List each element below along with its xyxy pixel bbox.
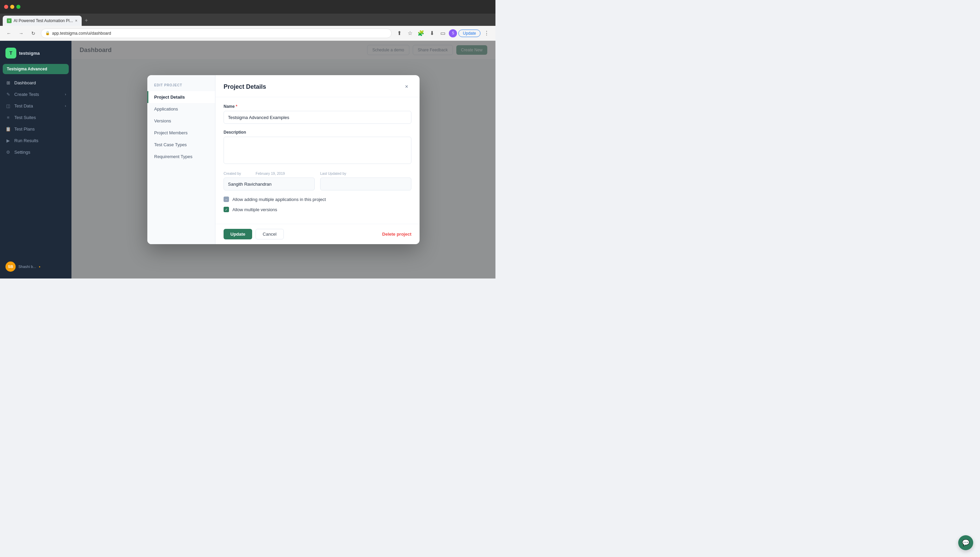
sidebar-item-settings[interactable]: ⚙ Settings (0, 146, 72, 158)
modal-nav-test-case-types[interactable]: Test Case Types (147, 139, 215, 151)
test-suites-icon: ≡ (5, 115, 11, 120)
required-star: * (236, 104, 237, 109)
sidebar-item-label-test-plans: Test Plans (14, 127, 35, 132)
browser-tab-active[interactable]: T AI Powered Test Automation Pl... × (3, 16, 82, 26)
bookmark-icon[interactable]: ☆ (405, 29, 415, 38)
sidebar-active-project[interactable]: Testsigma Advanced (3, 64, 69, 74)
created-by-col: Created by February 19, 2019 (224, 171, 315, 191)
name-form-group: Name * (224, 104, 412, 124)
forward-button[interactable]: → (16, 29, 26, 38)
description-textarea[interactable] (224, 137, 412, 164)
update-button[interactable]: Update (224, 229, 252, 239)
tab-close-icon[interactable]: × (75, 18, 78, 23)
test-data-icon: ◫ (5, 103, 11, 109)
sidebar-item-label-dashboard: Dashboard (14, 80, 36, 85)
modal-nav-applications[interactable]: Applications (147, 103, 215, 115)
main-content: Dashboard Schedule a demo Share Feedback… (72, 41, 495, 278)
sidebar-item-label-test-data: Test Data (14, 103, 33, 109)
sidebar-item-create-tests[interactable]: ✎ Create Tests › (0, 88, 72, 100)
modal-close-button[interactable]: × (402, 82, 412, 91)
profile-avatar-chrome[interactable]: S (449, 29, 457, 37)
modal-header: Project Details × (216, 75, 420, 97)
test-plans-icon: 📋 (5, 126, 11, 132)
last-updated-col: Last Updated by (320, 171, 412, 191)
chevron-right-icon-2: › (65, 104, 66, 108)
create-tests-icon: ✎ (5, 91, 11, 97)
modal-footer: Update Cancel Delete project (216, 224, 420, 244)
extensions-icon[interactable]: 🧩 (416, 29, 426, 38)
logo-text: testsigma (19, 50, 40, 56)
user-name: Shashi b... (18, 265, 36, 269)
sidebar-item-dashboard[interactable]: ⊞ Dashboard (0, 77, 72, 88)
back-button[interactable]: ← (4, 29, 14, 38)
user-status-badge: ● (39, 265, 41, 268)
modal-nav-requirement-types[interactable]: Requirement Types (147, 151, 215, 163)
checkbox-multiple-versions-label: Allow multiple versions (232, 207, 277, 212)
checkmark-icon: – (225, 197, 227, 201)
modal-nav-project-members[interactable]: Project Members (147, 127, 215, 139)
minimize-traffic-light[interactable] (10, 5, 14, 9)
modal-nav-project-details[interactable]: Project Details (147, 91, 215, 103)
tab-favicon-icon: T (7, 18, 11, 23)
last-updated-label: Last Updated by (320, 171, 412, 176)
lock-icon: 🔒 (45, 31, 50, 35)
sidebar-user[interactable]: SB Shashi b... ● (5, 262, 66, 272)
update-chrome-button[interactable]: Update (458, 29, 480, 37)
name-input[interactable] (224, 111, 412, 124)
description-form-group: Description (224, 130, 412, 165)
sidebar: T testsigma Testsigma Advanced ⊞ Dashboa… (0, 41, 72, 278)
user-avatar: SB (5, 262, 16, 272)
browser-tab-bar: T AI Powered Test Automation Pl... × + (0, 14, 495, 26)
traffic-lights (4, 5, 20, 9)
address-bar[interactable]: 🔒 app.testsigma.com/ui/dashboard (41, 29, 392, 38)
created-by-label: Created by February 19, 2019 (224, 171, 315, 176)
checkmark-icon-2: ✓ (225, 208, 228, 212)
modal-title: Project Details (224, 83, 266, 90)
last-updater-input[interactable] (320, 178, 412, 191)
sidebar-item-label-run-results: Run Results (14, 138, 38, 143)
checkbox-multiple-versions-row[interactable]: ✓ Allow multiple versions (224, 207, 412, 212)
reload-button[interactable]: ↻ (29, 29, 38, 38)
run-results-icon: ▶ (5, 138, 11, 143)
browser-chrome (0, 0, 495, 14)
logo-icon: T (5, 47, 16, 59)
download-icon[interactable]: ⬇ (427, 29, 436, 38)
sidebar-item-test-plans[interactable]: 📋 Test Plans (0, 123, 72, 135)
cast-icon[interactable]: ▭ (438, 29, 448, 38)
description-label: Description (224, 130, 412, 135)
name-label: Name * (224, 104, 412, 109)
edit-project-modal: EDIT PROJECT Project Details Application… (147, 75, 420, 244)
chevron-right-icon: › (65, 93, 66, 96)
modal-body: Name * Description (216, 97, 420, 224)
menu-icon[interactable]: ⋮ (482, 29, 492, 38)
sidebar-logo[interactable]: T testsigma (0, 45, 72, 64)
tab-title: AI Powered Test Automation Pl... (14, 18, 73, 23)
sidebar-item-label-settings: Settings (14, 150, 30, 155)
creator-row: Created by February 19, 2019 Last Update… (224, 171, 412, 191)
delete-project-button[interactable]: Delete project (382, 231, 412, 237)
checkbox-multiple-apps-row[interactable]: – Allow adding multiple applications in … (224, 197, 412, 202)
dashboard-icon: ⊞ (5, 80, 11, 85)
new-tab-button[interactable]: + (82, 16, 91, 25)
modal-sidebar: EDIT PROJECT Project Details Application… (147, 75, 216, 244)
sidebar-item-test-suites[interactable]: ≡ Test Suites (0, 112, 72, 123)
sidebar-item-run-results[interactable]: ▶ Run Results (0, 135, 72, 146)
sidebar-item-test-data[interactable]: ◫ Test Data › (0, 100, 72, 112)
cancel-button[interactable]: Cancel (256, 229, 283, 239)
close-traffic-light[interactable] (4, 5, 8, 9)
sidebar-item-label-test-suites: Test Suites (14, 115, 36, 120)
modal-overlay[interactable]: EDIT PROJECT Project Details Application… (72, 41, 495, 278)
sidebar-bottom: SB Shashi b... ● (0, 259, 72, 274)
checkbox-multiple-versions[interactable]: ✓ (224, 207, 229, 212)
creator-input[interactable] (224, 178, 315, 191)
settings-icon: ⚙ (5, 149, 11, 155)
modal-main: Project Details × Name * (216, 75, 420, 244)
modal-nav-versions[interactable]: Versions (147, 115, 215, 127)
checkbox-multiple-apps-label: Allow adding multiple applications in th… (232, 197, 326, 202)
browser-toolbar: ← → ↻ 🔒 app.testsigma.com/ui/dashboard ⬆… (0, 26, 495, 41)
checkbox-multiple-apps[interactable]: – (224, 197, 229, 202)
modal-section-label: EDIT PROJECT (147, 83, 215, 91)
maximize-traffic-light[interactable] (16, 5, 20, 9)
share-icon[interactable]: ⬆ (394, 29, 404, 38)
toolbar-right-actions: ⬆ ☆ 🧩 ⬇ ▭ S Update ⋮ (394, 29, 492, 38)
